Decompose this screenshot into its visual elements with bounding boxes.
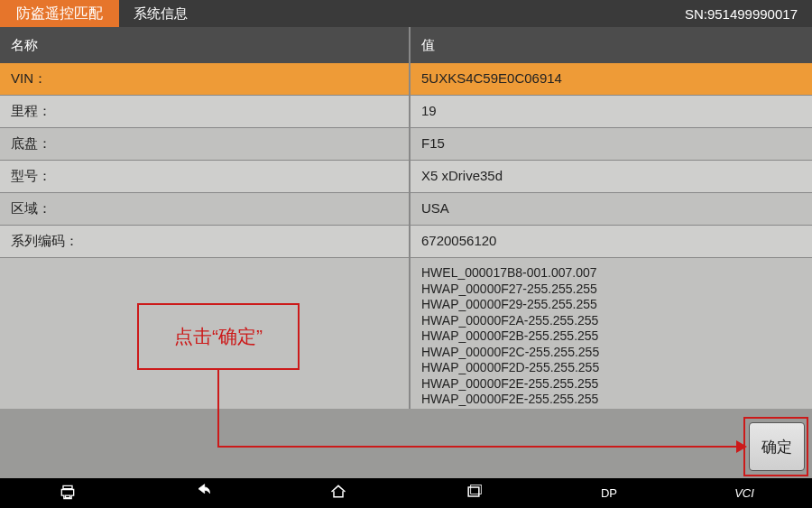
- cell-value: 6720056120: [411, 226, 812, 257]
- cell-value: 5UXKS4C59E0C06914: [411, 63, 812, 95]
- nav-home-icon[interactable]: [298, 483, 379, 503]
- table-row: VIN： 5UXKS4C59E0C06914: [0, 63, 812, 96]
- cell-value: F15: [411, 128, 812, 160]
- table-row: HWEL_000017B8-001.007.007 HWAP_00000F27-…: [0, 258, 812, 409]
- table-row: 里程： 19: [0, 96, 812, 128]
- cell-value: USA: [411, 193, 812, 225]
- header-subtitle: 系统信息: [119, 5, 202, 23]
- cell-name: 系列编码：: [0, 226, 411, 257]
- cell-value: X5 xDrive35d: [411, 161, 812, 192]
- header-title: 防盗遥控匹配: [0, 0, 119, 27]
- cell-value: 19: [411, 96, 812, 127]
- cell-value: HWEL_000017B8-001.007.007 HWAP_00000F27-…: [411, 258, 812, 409]
- nav-recent-icon[interactable]: [433, 483, 514, 503]
- header-bar: 防盗遥控匹配 系统信息 SN:951499990017: [0, 0, 812, 27]
- bottom-nav: DP VCI: [0, 478, 812, 508]
- svg-rect-0: [468, 487, 479, 496]
- ok-button[interactable]: 确定: [749, 422, 805, 471]
- table-row: 底盘： F15: [0, 128, 812, 161]
- table-row: 区域： USA: [0, 193, 812, 226]
- cell-name: 底盘：: [0, 128, 411, 160]
- data-table: VIN： 5UXKS4C59E0C06914 里程： 19 底盘： F15 型号…: [0, 63, 812, 409]
- nav-print-icon[interactable]: [27, 483, 108, 503]
- cell-name: 型号：: [0, 161, 411, 192]
- column-header-name: 名称: [0, 27, 411, 63]
- table-row: 系列编码： 6720056120: [0, 226, 812, 258]
- footer-fill: [0, 415, 812, 478]
- cell-name: [0, 258, 411, 409]
- nav-dp-label[interactable]: DP: [568, 486, 650, 500]
- column-header-value: 值: [411, 37, 812, 54]
- cell-name: 里程：: [0, 96, 411, 127]
- nav-back-icon[interactable]: [162, 483, 244, 503]
- column-headers: 名称 值: [0, 27, 812, 63]
- nav-vci-label[interactable]: VCI: [704, 486, 785, 500]
- cell-name: VIN：: [0, 63, 411, 95]
- table-row: 型号： X5 xDrive35d: [0, 161, 812, 193]
- cell-name: 区域：: [0, 193, 411, 225]
- serial-number: SN:951499990017: [685, 6, 812, 22]
